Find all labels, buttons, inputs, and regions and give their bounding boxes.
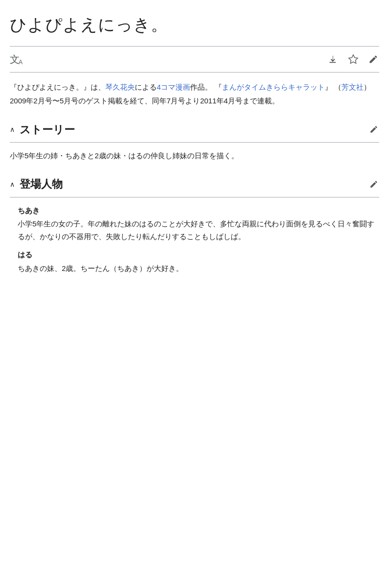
intro-text-after-link2: 作品。 『 [190,83,221,91]
story-edit-button[interactable] [368,124,379,135]
pencil-icon [368,54,378,64]
story-collapse-arrow[interactable]: ∧ [10,124,15,135]
story-section: ∧ ストーリー 小学5年生の姉・ちあきと2歳の妹・はるの仲良し姉妹の日常を描く。 [10,121,379,162]
link-publisher[interactable]: 芳文社 [341,83,364,91]
intro-section: 『ひよぴよえにっき。』は、琴久花央による4コマ漫画作品。 『まんがタイムきららキ… [10,80,379,107]
svg-marker-0 [349,55,358,63]
intro-text: 『ひよぴよえにっき。』は、琴久花央による4コマ漫画作品。 『まんがタイムきららキ… [10,83,371,104]
story-pencil-icon [369,125,378,134]
link-author[interactable]: 琴久花央 [105,83,135,91]
characters-edit-button[interactable] [368,179,379,190]
page-container: ひよぴよえにっき。 文 A [0,0,389,308]
link-manga-type[interactable]: 4コマ漫画 [157,83,190,91]
character-chiaki-name: ちあき [18,204,379,217]
toolbar: 文 A [10,46,379,73]
story-text: 小学5年生の姉・ちあきと2歳の妹・はるの仲良し姉妹の日常を描く。 [10,149,379,162]
characters-section: ∧ 登場人物 ちあき 小学5年生の女の子。年の離れた妹のはるのことが大好きで、多… [10,175,379,274]
intro-text-before-link1: 『ひよぴよえにっき。』は、 [10,83,105,91]
characters-section-content: ちあき 小学5年生の女の子。年の離れた妹のはるのことが大好きで、多忙な両親に代わ… [10,204,379,275]
download-button[interactable] [326,53,339,66]
character-haru-desc: ちあきの妹、2歳。ちーたん（ちあき）が大好き。 [18,262,379,275]
link-magazine[interactable]: まんがタイムきららキャラット [222,83,325,91]
story-section-content: 小学5年生の姉・ちあきと2歳の妹・はるの仲良し姉妹の日常を描く。 [10,149,379,162]
story-section-header: ∧ ストーリー [10,121,379,143]
star-icon [348,54,359,65]
story-section-title: ストーリー [20,121,75,138]
characters-section-title: 登場人物 [20,175,63,193]
story-header-left: ∧ ストーリー [10,121,75,138]
intro-text-after-link3: 』 （ [325,83,341,91]
translate-button[interactable]: 文 A [10,51,20,67]
characters-pencil-icon [369,180,378,189]
character-chiaki-desc: 小学5年生の女の子。年の離れた妹のはるのことが大好きで、多忙な両親に代わり面倒を… [18,218,379,243]
translate-icon: 文 A [10,51,20,67]
intro-text-between: による [135,83,157,91]
character-haru-name: はる [18,248,379,261]
characters-collapse-arrow[interactable]: ∧ [10,179,15,190]
star-button[interactable] [347,53,360,66]
characters-section-header: ∧ 登場人物 [10,175,379,197]
download-icon [327,54,338,65]
toolbar-left: 文 A [10,51,316,67]
characters-header-left: ∧ 登場人物 [10,175,63,193]
character-chiaki: ちあき 小学5年生の女の子。年の離れた妹のはるのことが大好きで、多忙な両親に代わ… [18,204,379,243]
character-haru: はる ちあきの妹、2歳。ちーたん（ちあき）が大好き。 [18,248,379,274]
toolbar-right [326,53,379,66]
page-title: ひよぴよえにっき。 [10,12,379,38]
edit-button[interactable] [367,53,379,65]
